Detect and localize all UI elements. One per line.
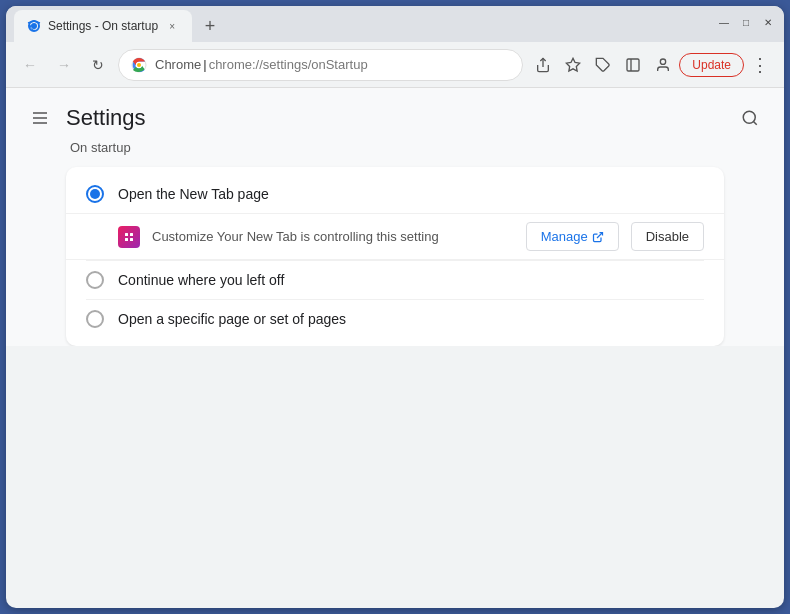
tab-close-button[interactable]: × [164,18,180,34]
svg-point-6 [137,63,141,67]
radio-continue [86,271,104,289]
search-icon [741,109,759,127]
tab-title: Settings - On startup [48,19,158,33]
external-link-icon [592,231,604,243]
options-card: Open the New Tab page [66,167,724,346]
settings-header: Settings [6,88,784,140]
svg-rect-19 [130,233,133,236]
maximize-button[interactable]: □ [738,14,754,30]
option-continue[interactable]: Continue where you left off [66,261,724,299]
page-title: Settings [66,105,146,131]
svg-text:⚙: ⚙ [29,23,36,32]
share-button[interactable] [529,51,557,79]
profile-button[interactable] [649,51,677,79]
nav-actions: Update ⋮ [529,51,774,79]
svg-point-16 [743,111,755,123]
svg-rect-20 [125,238,128,241]
extension-control-row: Customize Your New Tab is controlling th… [66,213,724,260]
option-specific-label: Open a specific page or set of pages [118,311,346,327]
active-tab[interactable]: ⚙ Settings - On startup × [14,10,192,42]
extensions-icon [595,57,611,73]
profile-icon [655,57,671,73]
address-text: Chrome | chrome://settings/onStartup [155,57,510,72]
window-controls: — □ ✕ [716,14,776,30]
manage-button[interactable]: Manage [526,222,619,251]
svg-rect-18 [125,233,128,236]
update-button[interactable]: Update [679,53,744,77]
section-title: On startup [66,140,724,155]
disable-button[interactable]: Disable [631,222,704,251]
browser-window: ⚙ Settings - On startup × + — □ ✕ ← → ↻ [6,6,784,608]
tab-favicon: ⚙ [26,18,42,34]
manage-label: Manage [541,229,588,244]
svg-rect-10 [627,59,639,71]
sidebar-button[interactable] [619,51,647,79]
radio-new-tab [86,185,104,203]
option-specific[interactable]: Open a specific page or set of pages [66,300,724,338]
address-domain: Chrome [155,57,201,72]
page-content: Settings On startup [6,88,784,346]
svg-point-12 [661,59,666,64]
svg-line-22 [597,232,603,238]
radio-new-tab-fill [90,189,100,199]
more-button[interactable]: ⋮ [746,51,774,79]
extensions-button[interactable] [589,51,617,79]
new-tab-button[interactable]: + [196,12,224,40]
svg-rect-21 [130,238,133,241]
forward-button[interactable]: → [50,51,78,79]
menu-button[interactable] [26,104,54,132]
extension-control-label: Customize Your New Tab is controlling th… [152,229,514,244]
navigation-bar: ← → ↻ Chrome | chrome://settings/onStart… [6,42,784,88]
back-button[interactable]: ← [16,51,44,79]
option-new-tab-label: Open the New Tab page [118,186,269,202]
sidebar-icon [625,57,641,73]
radio-specific [86,310,104,328]
svg-marker-8 [567,58,580,71]
minimize-button[interactable]: — [716,14,732,30]
page-container: Settings On startup [6,88,784,608]
chrome-icon [131,57,147,73]
hamburger-icon [31,109,49,127]
address-separator: | [203,57,206,72]
option-new-tab[interactable]: Open the New Tab page [66,175,724,213]
reload-button[interactable]: ↻ [84,51,112,79]
option-continue-label: Continue where you left off [118,272,284,288]
share-icon [535,57,551,73]
search-settings-button[interactable] [736,104,764,132]
address-url: chrome://settings/onStartup [209,57,368,72]
bookmark-button[interactable] [559,51,587,79]
bookmark-icon [565,57,581,73]
svg-line-17 [753,121,756,124]
extension-icon [118,226,140,248]
settings-body: On startup Open the New Tab page [6,140,784,346]
title-bar: ⚙ Settings - On startup × + — □ ✕ [6,6,784,42]
address-bar[interactable]: Chrome | chrome://settings/onStartup [118,49,523,81]
close-button[interactable]: ✕ [760,14,776,30]
extension-svg-icon [123,231,135,243]
